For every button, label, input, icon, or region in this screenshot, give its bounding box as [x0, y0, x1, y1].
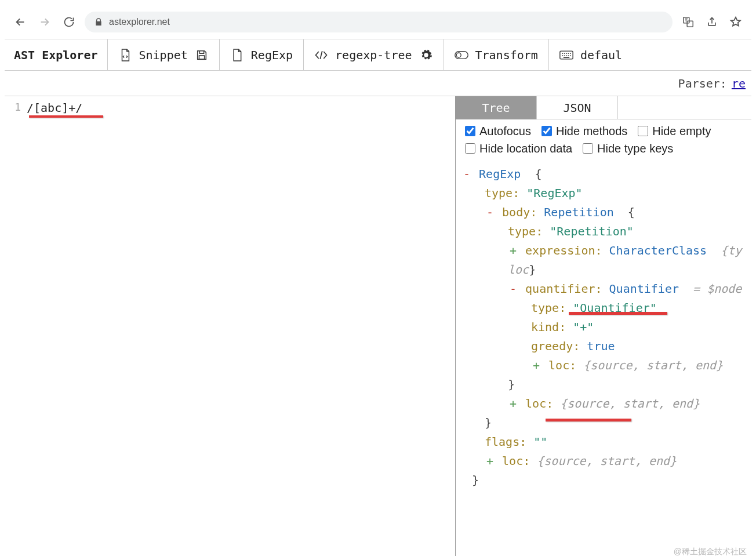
browser-chrome: astexplorer.net [5, 5, 751, 39]
tab-json[interactable]: JSON [537, 96, 618, 119]
parser-label-text: Parser: [678, 77, 727, 90]
parser-info-row: Parser: re [5, 71, 751, 96]
annotation-underline [569, 312, 667, 315]
snippet-label: Snippet [139, 48, 188, 62]
tree-pane: Tree JSON Autofocus Hide methods Hide em… [456, 96, 751, 556]
parser-link[interactable]: re [732, 77, 746, 90]
translate-icon[interactable] [682, 16, 695, 28]
save-icon[interactable] [195, 48, 209, 62]
opt-hide-type-checkbox[interactable] [583, 143, 593, 154]
keymap-menu[interactable]: defaul [549, 39, 633, 70]
file-icon [230, 48, 244, 62]
code-icon [314, 48, 328, 62]
tab-spacer [618, 96, 751, 119]
opt-hide-methods[interactable]: Hide methods [539, 124, 627, 138]
opt-hide-methods-checkbox[interactable] [541, 126, 552, 136]
browser-right-icons [682, 16, 742, 28]
star-icon[interactable] [729, 16, 742, 28]
opt-autofocus[interactable]: Autofocus [463, 124, 531, 138]
expand-icon[interactable]: + [485, 452, 495, 471]
svg-rect-2 [199, 55, 204, 59]
svg-point-4 [456, 53, 461, 57]
language-menu[interactable]: RegExp [220, 39, 304, 70]
watermark: @稀土掘金技术社区 [674, 547, 747, 556]
keyboard-icon [559, 48, 573, 62]
collapse-icon[interactable]: - [485, 203, 495, 222]
opt-hide-type[interactable]: Hide type keys [580, 141, 673, 155]
tree-options: Autofocus Hide methods Hide empty Hide l… [456, 119, 751, 160]
opt-hide-empty-checkbox[interactable] [638, 126, 648, 136]
app-title[interactable]: AST Explorer [5, 39, 108, 70]
annotation-underline [546, 419, 631, 421]
ast-output[interactable]: - RegExp { type: "RegExp" - body: Repeti… [456, 160, 751, 502]
expand-icon[interactable]: + [508, 241, 518, 260]
toggle-icon [455, 48, 468, 62]
gear-icon[interactable] [419, 48, 433, 62]
keymap-label: defaul [580, 48, 622, 62]
parser-menu[interactable]: regexp-tree [304, 39, 444, 70]
expand-icon[interactable]: + [531, 356, 541, 375]
snippet-icon [118, 48, 132, 62]
opt-hide-location-checkbox[interactable] [465, 143, 475, 154]
opt-autofocus-checkbox[interactable] [465, 126, 475, 136]
tab-tree[interactable]: Tree [456, 96, 537, 119]
svg-rect-3 [455, 51, 467, 59]
forward-icon[interactable] [38, 16, 51, 28]
nav-buttons [14, 16, 75, 28]
opt-hide-empty[interactable]: Hide empty [635, 124, 711, 138]
collapse-icon[interactable]: - [461, 165, 472, 184]
line-number: 1 [5, 101, 27, 115]
snippet-menu[interactable]: Snippet [108, 39, 220, 70]
collapse-icon[interactable]: - [508, 279, 518, 299]
parser-label: regexp-tree [335, 48, 412, 62]
expand-icon[interactable]: + [508, 394, 518, 413]
url-text: astexplorer.net [109, 17, 170, 27]
transform-label: Transform [475, 48, 538, 62]
language-label: RegExp [251, 48, 293, 62]
output-tabs: Tree JSON [456, 96, 751, 119]
svg-rect-1 [687, 21, 693, 27]
opt-hide-location[interactable]: Hide location data [463, 141, 572, 155]
back-icon[interactable] [14, 16, 27, 28]
reload-icon[interactable] [63, 16, 75, 28]
annotation-underline [29, 115, 103, 118]
app-toolbar: AST Explorer Snippet RegExp regexp-tree … [5, 39, 751, 71]
code-line[interactable]: /[abc]+/ [27, 101, 82, 115]
share-icon[interactable] [706, 16, 718, 28]
code-editor[interactable]: 1 /[abc]+/ [5, 96, 456, 556]
lock-icon [94, 17, 103, 27]
url-bar[interactable]: astexplorer.net [85, 12, 673, 32]
main-panes: 1 /[abc]+/ Tree JSON Autofocus Hide meth… [5, 96, 751, 556]
transform-menu[interactable]: Transform [444, 39, 549, 70]
